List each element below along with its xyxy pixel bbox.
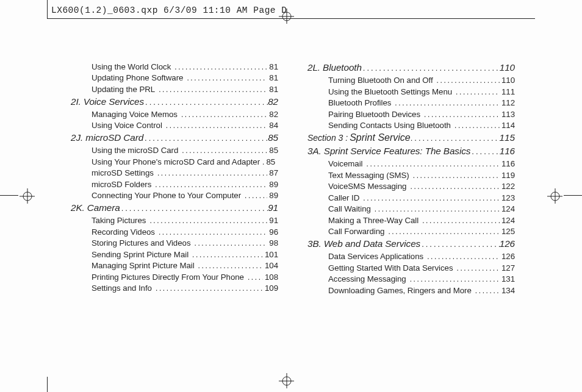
leader-dots: ........................................… bbox=[362, 194, 500, 202]
leader-dots: ........................................… bbox=[156, 169, 267, 177]
leader-dots: ........................................… bbox=[420, 240, 500, 249]
toc-heading-page: 82 bbox=[268, 96, 278, 107]
toc-item: Data Services Applications..............… bbox=[307, 252, 515, 261]
toc-heading-page: 116 bbox=[500, 146, 515, 157]
toc-heading-label: 2K. Camera bbox=[71, 202, 120, 213]
toc-item: Turning Bluetooth On and Off............… bbox=[307, 76, 515, 85]
toc-item-page: 98 bbox=[267, 238, 278, 248]
toc-heading-label: 2J. microSD Card bbox=[71, 132, 143, 143]
toc-item-page: 109 bbox=[263, 283, 278, 293]
leader-dots: ........................................… bbox=[243, 191, 267, 200]
registration-mark bbox=[21, 190, 34, 202]
toc-item-label: Call Waiting bbox=[328, 204, 373, 213]
toc-item-label: Using Your Phone's microSD Card and Adap… bbox=[92, 157, 262, 166]
toc-item-page: 89 bbox=[267, 191, 278, 200]
toc-item-page: 112 bbox=[500, 98, 515, 107]
toc-heading: 2J. microSD Card........................… bbox=[71, 132, 278, 143]
leader-dots: ........................................… bbox=[144, 98, 268, 107]
toc-item: VoiceSMS Messaging......................… bbox=[307, 182, 515, 191]
toc-item: Storing Pictures and Videos.............… bbox=[71, 238, 278, 248]
toc-item: Taking Pictures.........................… bbox=[71, 216, 278, 225]
toc-item-label: Printing Pictures Directly From Your Pho… bbox=[92, 273, 246, 282]
toc-item: Pairing Bluetooth Devices...............… bbox=[307, 110, 515, 119]
toc-item-label: Turning Bluetooth On and Off bbox=[328, 76, 436, 85]
toc-columns: Using the World Clock...................… bbox=[71, 60, 516, 297]
toc-item-page: 127 bbox=[500, 263, 515, 273]
toc-section-label: Sprint Service bbox=[350, 132, 411, 143]
toc-item-page: 116 bbox=[500, 159, 515, 168]
leader-dots: ........................................… bbox=[409, 182, 500, 191]
toc-item: Caller ID...............................… bbox=[307, 193, 515, 202]
leader-dots: ........................................… bbox=[180, 110, 267, 119]
leader-dots: ........................................… bbox=[120, 204, 268, 213]
toc-heading: 3B. Web and Data Services...............… bbox=[307, 238, 515, 249]
toc-item-page: 124 bbox=[500, 216, 515, 225]
toc-heading-label: 3A. Sprint Service Features: The Basics bbox=[307, 146, 470, 157]
toc-item-page: 81 bbox=[267, 62, 278, 71]
toc-item-label: Pairing Bluetooth Devices bbox=[328, 110, 423, 119]
toc-item-label: Text Messaging (SMS) bbox=[328, 171, 412, 180]
leader-dots: ........................................… bbox=[197, 262, 263, 270]
toc-item-label: Updating the PRL bbox=[92, 85, 157, 94]
toc-item-page: 134 bbox=[500, 286, 515, 295]
leader-dots: ........................................… bbox=[246, 273, 263, 282]
toc-item-page: 81 bbox=[267, 85, 278, 94]
toc-heading: 2L. Bluetooth...........................… bbox=[307, 62, 515, 73]
leader-dots: ........................................… bbox=[456, 264, 500, 273]
toc-item-label: Storing Pictures and Videos bbox=[92, 238, 193, 248]
registration-mark bbox=[548, 190, 561, 202]
leader-dots: ........................................… bbox=[393, 99, 500, 107]
leader-dots: ........................................… bbox=[185, 74, 267, 82]
toc-item-page: 96 bbox=[267, 227, 278, 237]
toc-item: Managing Voice Memos....................… bbox=[71, 110, 278, 119]
leader-dots: ........................................… bbox=[181, 146, 267, 155]
toc-heading-page: 85 bbox=[268, 132, 278, 143]
toc-item: Using Your Phone's microSD Card and Adap… bbox=[71, 157, 278, 166]
toc-item: Using the Bluetooth Settings Menu.......… bbox=[307, 87, 515, 96]
leader-dots: ........................................… bbox=[387, 227, 500, 236]
toc-item-label: Sending Contacts Using Bluetooth bbox=[328, 121, 453, 130]
leader-dots: ........................................… bbox=[143, 134, 268, 143]
leader-dots: ........................................… bbox=[193, 239, 268, 248]
toc-heading: 2K. Camera..............................… bbox=[71, 202, 278, 213]
toc-item: Sending Contacts Using Bluetooth........… bbox=[307, 121, 515, 130]
registration-mark bbox=[280, 10, 293, 23]
leader-dots: ........................................… bbox=[148, 216, 267, 225]
toc-heading-page: 126 bbox=[500, 238, 515, 249]
leader-dots: ........................................… bbox=[423, 110, 500, 119]
toc-item-page: 124 bbox=[500, 204, 515, 213]
toc-item-page: 131 bbox=[500, 274, 515, 283]
toc-item: Getting Started With Data Services......… bbox=[307, 263, 515, 273]
toc-item-page: 84 bbox=[267, 121, 278, 130]
leader-dots: ........................................… bbox=[411, 134, 500, 143]
toc-heading: 3A. Sprint Service Features: The Basics.… bbox=[307, 146, 515, 157]
toc-item-label: Using the Bluetooth Settings Menu bbox=[328, 87, 454, 96]
leader-dots: ........................................… bbox=[157, 85, 267, 94]
leader-dots: ........................................… bbox=[191, 251, 263, 259]
toc-section: Section 3 :Sprint Service...............… bbox=[307, 132, 515, 143]
toc-item-page: 113 bbox=[500, 110, 515, 119]
leader-dots: ........................................… bbox=[454, 88, 500, 96]
toc-item: Connecting Your Phone to Your Computer..… bbox=[71, 191, 278, 200]
toc-item: Voicemail...............................… bbox=[307, 159, 515, 168]
toc-item-page: 108 bbox=[263, 273, 278, 282]
toc-item: Updating Phone Software.................… bbox=[71, 73, 278, 82]
toc-item-label: Accessing Messaging bbox=[328, 274, 409, 283]
toc-item: Call Forwarding.........................… bbox=[307, 227, 515, 236]
toc-item: Printing Pictures Directly From Your Pho… bbox=[71, 273, 278, 282]
toc-item-label: Updating Phone Software bbox=[92, 73, 185, 82]
toc-item-label: Bluetooth Profiles bbox=[328, 98, 393, 107]
leader-dots: ........................................… bbox=[373, 205, 500, 213]
toc-item-label: Settings and Info bbox=[92, 283, 154, 293]
leader-dots: ........................................… bbox=[470, 147, 499, 156]
toc-item-label: Recording Videos bbox=[92, 227, 157, 237]
toc-item: Sending Sprint Picture Mail.............… bbox=[71, 250, 278, 259]
toc-item-label: Managing Voice Memos bbox=[92, 110, 180, 119]
toc-item: microSD Folders.........................… bbox=[71, 180, 278, 189]
leader-dots: ........................................… bbox=[412, 171, 500, 180]
leader-dots: ........................................… bbox=[453, 121, 500, 130]
toc-heading-label: 3B. Web and Data Services bbox=[307, 238, 420, 249]
toc-heading-label: 2I. Voice Services bbox=[71, 96, 144, 107]
toc-item: Making a Three-Way Call.................… bbox=[307, 216, 515, 225]
toc-item-label: microSD Folders bbox=[92, 180, 154, 189]
